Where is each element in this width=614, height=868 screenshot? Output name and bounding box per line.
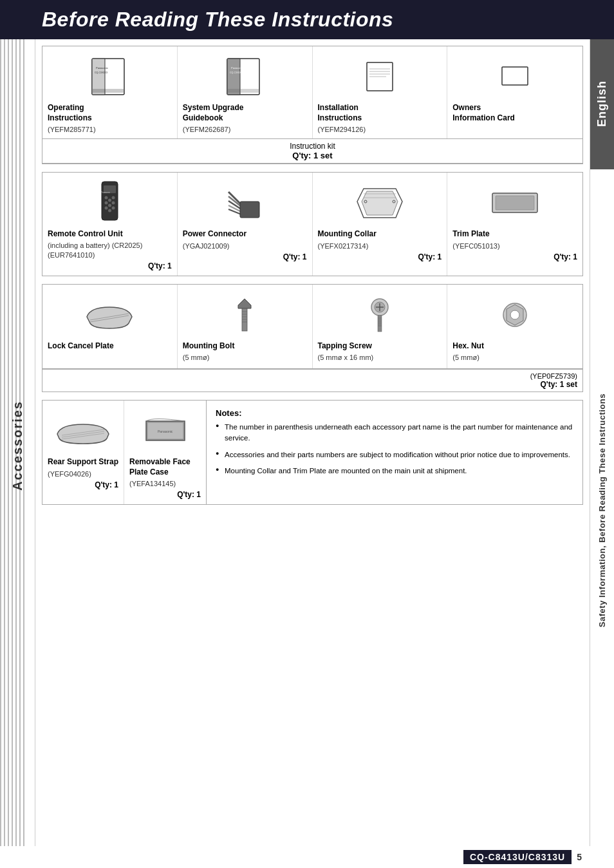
- accessory-cell-power: Power Connector (YGAJ021009) Q'ty: 1: [178, 173, 313, 276]
- hardware-part: (YEP0FZ5739): [48, 372, 577, 380]
- hardware-qty: Q'ty: 1 set: [48, 380, 577, 389]
- right-sidebar-upper: English: [590, 39, 615, 168]
- kit-title: Instruction kit: [45, 142, 580, 151]
- accessory-cell-nut: Hex. Nut (5 mmø): [447, 285, 582, 368]
- svg-point-25: [111, 202, 115, 205]
- nut-sub: (5 mmø): [452, 353, 479, 362]
- svg-marker-46: [238, 299, 251, 308]
- notes-section: Notes: The number in parenthesis underne…: [207, 401, 582, 504]
- bolt-name: Mounting Bolt: [183, 341, 235, 352]
- owners-name: OwnersInformation Card: [452, 103, 515, 123]
- accessories-grid-2: Panasonic Remote Control Unit (including…: [42, 173, 582, 276]
- accessory-cell-owners: OwnersInformation Card: [447, 46, 582, 138]
- power-connector-image: [183, 180, 307, 225]
- svg-point-27: [104, 207, 107, 210]
- operating-instructions-name: OperatingInstructions: [48, 103, 92, 123]
- svg-point-22: [104, 196, 107, 200]
- right-sidebar-lower: Safety Information, Before Reading These…: [590, 168, 615, 851]
- svg-point-29: [108, 204, 111, 207]
- remote-qty: Q'ty: 1: [148, 261, 172, 270]
- bolt-sub: (5 mmø): [183, 353, 210, 362]
- safety-label: Safety Information, Before Reading These…: [596, 391, 608, 630]
- svg-point-30: [108, 209, 111, 212]
- page-header: Before Reading These Instructions: [0, 0, 614, 39]
- note-item-1: The number in parenthesis underneath eac…: [216, 422, 573, 444]
- hardware-grid: Lock Cancel Plate: [42, 285, 582, 369]
- screw-image: [318, 292, 442, 337]
- svg-point-28: [111, 207, 115, 210]
- accessory-cell-installation: InstallationInstructions (YEFM294126): [313, 46, 448, 138]
- operating-instructions-part: (YEFM285771): [48, 126, 96, 133]
- operating-instructions-image: Panasonic CQ-CXX0XX: [48, 54, 172, 99]
- nut-image: [452, 292, 577, 337]
- remote-name: Remote Control Unit: [48, 229, 123, 240]
- page-body: Accessories Panasonic CQ-CXX0XX: [0, 39, 614, 851]
- strap-name: Rear Support Strap: [48, 457, 118, 467]
- svg-rect-19: [502, 67, 528, 85]
- kit-qty: Q'ty: 1 set: [45, 151, 580, 160]
- svg-text:Panasonic: Panasonic: [231, 66, 243, 70]
- guidebook-image: Panasonic CQ-CXX0XX: [183, 54, 307, 99]
- bolt-image: [183, 292, 307, 337]
- owners-card-image: [452, 54, 577, 99]
- svg-rect-8: [227, 59, 240, 95]
- installation-name: InstallationInstructions: [318, 103, 362, 123]
- nut-name: Hex. Nut: [452, 341, 484, 352]
- trim-part: (YEFC051013): [452, 242, 499, 250]
- instruction-kit-section: Panasonic CQ-CXX0XX OperatingInstruction…: [42, 46, 583, 164]
- svg-text:Panasonic: Panasonic: [158, 429, 173, 433]
- left-sidebar: Accessories: [0, 39, 35, 851]
- svg-text:CQ-CXX0XX: CQ-CXX0XX: [230, 71, 243, 74]
- accessory-cell-collar: Mounting Collar (YEFX0217314) Q'ty: 1: [313, 173, 448, 276]
- svg-point-24: [104, 202, 107, 205]
- kit-row: Instruction kit Q'ty: 1 set: [42, 139, 582, 164]
- note-item-3: Mounting Collar and Trim Plate are mount…: [216, 466, 573, 476]
- svg-point-23: [111, 196, 115, 200]
- screw-name: Tapping Screw: [318, 341, 372, 352]
- accessories-label: Accessories: [10, 401, 25, 491]
- bottom-section: Rear Support Strap (YEFG04026) Q'ty: 1 P…: [42, 400, 583, 505]
- collar-qty: Q'ty: 1: [418, 252, 442, 261]
- note-item-2: Accessories and their parts numbers are …: [216, 449, 573, 460]
- strap-part: (YEFG04026): [48, 470, 91, 478]
- notes-title: Notes:: [216, 408, 573, 418]
- power-name: Power Connector: [183, 229, 247, 240]
- strap-qty: Q'ty: 1: [95, 480, 118, 489]
- accessory-cell-lock: Lock Cancel Plate: [42, 285, 178, 368]
- svg-rect-57: [378, 316, 382, 332]
- model-badge: CQ-C8413U/C8313U: [463, 850, 572, 864]
- installation-part: (YEFM294126): [318, 126, 366, 133]
- accessory-cell-screw: Tapping Screw (5 mmø x 16 mm): [313, 285, 448, 368]
- page-title: Before Reading These Instructions: [42, 8, 601, 32]
- faceplate-part: (YEFA134145): [129, 480, 176, 487]
- accessory-cell-trim: Trim Plate (YEFC051013) Q'ty: 1: [447, 173, 582, 276]
- faceplate-name: Removable FacePlate Case: [129, 457, 191, 477]
- svg-rect-1: [92, 59, 105, 95]
- page-number: 5: [577, 852, 582, 862]
- trim-plate-image: [452, 180, 577, 225]
- svg-text:CQ-CXX0XX: CQ-CXX0XX: [95, 71, 108, 74]
- right-sidebar: English Safety Information, Before Readi…: [590, 39, 614, 851]
- svg-point-26: [108, 199, 111, 202]
- svg-line-36: [228, 209, 241, 214]
- accessory-cell-guidebook: Panasonic CQ-CXX0XX System UpgradeGuideb…: [178, 46, 313, 138]
- accessory-cell-strap: Rear Support Strap (YEFG04026) Q'ty: 1: [42, 401, 124, 504]
- trim-name: Trim Plate: [452, 229, 489, 240]
- instruction-kit-grid: Panasonic CQ-CXX0XX OperatingInstruction…: [42, 46, 582, 139]
- installation-image: [318, 54, 442, 99]
- accessories-section-3: Lock Cancel Plate: [42, 284, 583, 392]
- svg-text:Panasonic: Panasonic: [96, 66, 108, 70]
- strap-image: [48, 408, 118, 453]
- svg-text:Panasonic: Panasonic: [101, 191, 111, 194]
- remote-image: Panasonic: [48, 180, 172, 225]
- bottom-grid: Rear Support Strap (YEFG04026) Q'ty: 1 P…: [42, 401, 206, 504]
- remote-sub: (including a battery) (CR2025): [48, 241, 142, 250]
- english-label: English: [595, 80, 609, 127]
- collar-part: (YEFX0217314): [318, 242, 369, 250]
- faceplate-image: Panasonic: [129, 408, 201, 453]
- accessory-cell-bolt: Mounting Bolt (5 mmø): [178, 285, 313, 368]
- svg-rect-37: [240, 202, 259, 218]
- hardware-footer: (YEP0FZ5739) Q'ty: 1 set: [42, 369, 582, 392]
- page-footer: CQ-C8413U/C8313U 5: [0, 846, 614, 868]
- accessories-section-2: Panasonic Remote Control Unit (including…: [42, 172, 583, 276]
